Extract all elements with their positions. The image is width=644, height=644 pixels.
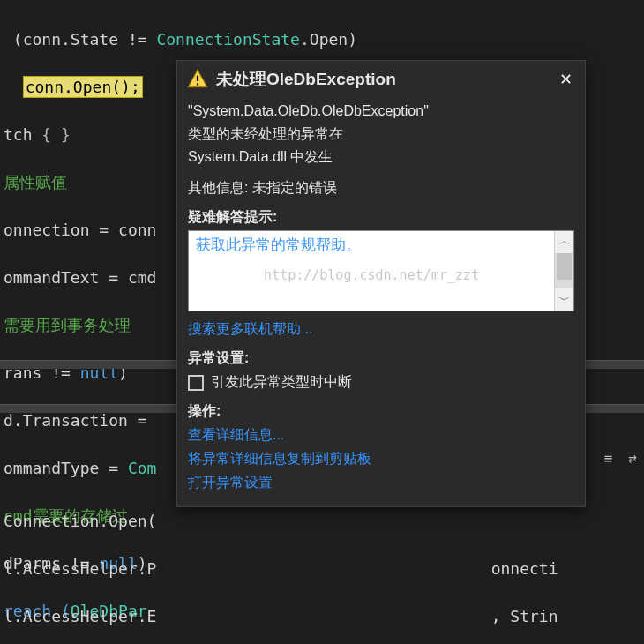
code-text: tch [4,125,41,144]
troubleshooting-hints-label: 疑难解答提示: [188,208,574,227]
general-help-link[interactable]: 获取此异常的常规帮助。 [196,235,547,255]
warning-icon [186,68,209,91]
stack-line-tail: , Strin [491,607,558,625]
code-text: (conn.State != [4,30,156,49]
scroll-thumb[interactable] [557,253,572,280]
code-text: ommandText = cmd [4,268,156,287]
break-on-throw-checkbox[interactable] [188,375,204,391]
stack-line-tail: onnecti [491,559,558,578]
search-online-help-link[interactable]: 搜索更多联机帮助... [188,320,574,339]
msg-line: System.Data.dll 中发生 [188,146,574,168]
popup-title: 未处理OleDbException [216,68,549,91]
actions-label: 操作: [188,402,574,421]
scroll-down-icon[interactable]: ﹀ [559,290,570,311]
copy-to-clipboard-link[interactable]: 将异常详细信息复制到剪贴板 [188,450,574,468]
code-text: .Open) [300,30,357,49]
call-stack-pane[interactable]: Connection.Open( l.AccessHelper.P onnect… [0,485,644,644]
code-brace: { } [41,125,71,144]
exception-helper-popup: 未处理OleDbException ✕ "System.Data.OleDb.O… [176,60,586,507]
exception-message: "System.Data.OleDb.OleDbException" 类型的未经… [188,100,574,168]
additional-info: 其他信息: 未指定的错误 [188,179,574,198]
scroll-up-icon[interactable]: ︿ [559,231,570,251]
stack-line: Connection.Open( [4,512,156,530]
exception-highlight[interactable]: conn.Open(); [23,76,143,98]
editor-toolbar: ≡ ⇄ [604,450,637,467]
code-comment: 需要用到事务处理 [4,316,131,334]
msg-line: 类型的未经处理的异常在 [188,123,574,146]
msg-line: "System.Data.OleDb.OleDbException" [188,100,574,123]
code-text: d.Transaction = [4,411,156,430]
exception-settings-label: 异常设置: [188,349,574,368]
indent-icon[interactable]: ≡ [604,450,613,467]
wrap-icon[interactable]: ⇄ [628,450,637,467]
watermark-url: http://blog.csdn.net/mr_zzt [196,267,547,283]
code-comment: 属性赋值 [4,173,67,191]
view-detail-link[interactable]: 查看详细信息... [188,426,574,445]
open-exception-settings-link[interactable]: 打开异常设置 [188,474,574,492]
scroll-track[interactable] [555,253,573,288]
svg-rect-1 [197,83,198,85]
stack-line: l.AccessHelper.P [4,559,156,578]
code-type: ConnectionState [156,30,300,49]
stack-line: l.AccessHelper.E [4,607,156,625]
code-text: ommandType = [4,459,128,477]
code-text: onnection = conn [4,221,156,239]
close-button[interactable]: ✕ [556,70,576,89]
code-type: Com [128,459,157,477]
checkbox-label: 引发此异常类型时中断 [211,373,352,392]
hints-box: 获取此异常的常规帮助。 http://blog.csdn.net/mr_zzt … [188,230,574,311]
svg-rect-0 [197,76,198,82]
hints-scrollbar[interactable]: ︿ ﹀ [554,231,573,311]
